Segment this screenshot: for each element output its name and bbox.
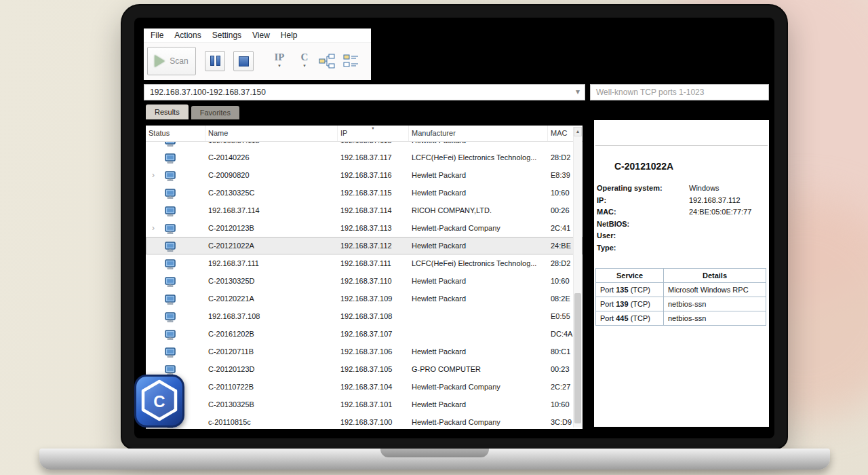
device-ip: 192.168.37.111: [338, 254, 409, 272]
pause-button[interactable]: [205, 51, 225, 71]
device-row[interactable]: C-20161202B 192.168.37.107 DC:4A: [146, 325, 583, 343]
device-manufacturer: Hewlett-Packard Company: [409, 219, 548, 237]
device-ip: 192.168.37.118: [338, 142, 409, 149]
ports-input[interactable]: Well-known TCP ports 1-1023: [590, 84, 769, 100]
field-label: User:: [597, 230, 689, 242]
field-label: Type:: [597, 242, 689, 254]
device-manufacturer: Hewlett Packard: [409, 184, 548, 202]
device-row[interactable]: 192.168.37.108 192.168.37.108 E0:55: [146, 307, 583, 325]
device-row[interactable]: C-20120711B 192.168.37.106 Hewlett Packa…: [146, 343, 583, 360]
status-cell: [146, 202, 205, 219]
device-row[interactable]: C-20110722B 192.168.37.104 Hewlett-Packa…: [146, 378, 583, 396]
device-ip: 192.168.37.107: [338, 325, 409, 343]
computer-icon: [165, 142, 176, 145]
class-tools-button[interactable]: C ▾: [297, 52, 312, 67]
field-value: [689, 230, 768, 242]
service-row: Port 139 (TCP) netbios-ssn: [596, 297, 766, 311]
menu-view[interactable]: View: [247, 31, 275, 40]
device-list: Status Name ▼IP Manufacturer MAC: [146, 126, 583, 429]
tabs-bar: Results Favorites: [144, 104, 239, 119]
service-port-cell: Port 445 (TCP): [596, 311, 664, 326]
computer-icon: [165, 223, 176, 233]
status-cell: [146, 254, 205, 272]
column-header-status[interactable]: Status: [146, 126, 205, 141]
ip-tools-button[interactable]: IP ▾: [269, 52, 290, 67]
device-row[interactable]: C-20130325D 192.168.37.110 Hewlett Packa…: [146, 272, 583, 290]
scrollbar-thumb[interactable]: [574, 293, 581, 423]
detail-field-row: User:: [597, 230, 768, 242]
status-cell: ›: [146, 219, 205, 237]
expander-icon[interactable]: ›: [152, 166, 155, 184]
device-row[interactable]: C-20120221A 192.168.37.109 Hewlett Packa…: [146, 290, 583, 307]
device-name: 192.168.37.111: [205, 254, 338, 272]
device-name: C-20120123B: [205, 219, 338, 237]
device-row[interactable]: C-20140226 192.168.37.117 LCFC(HeFei) El…: [146, 149, 583, 166]
pause-icon: [209, 56, 221, 67]
column-header-ip[interactable]: ▼IP: [338, 126, 409, 141]
device-name: C-20130325C: [205, 184, 338, 202]
service-column-header: Service: [596, 269, 664, 283]
ip-range-input[interactable]: 192.168.37.100-192.168.37.150 ▾: [144, 84, 585, 100]
device-manufacturer: Hewlett Packard: [409, 142, 548, 149]
device-row[interactable]: › C-20090820 192.168.37.116 Hewlett Pack…: [146, 166, 583, 184]
tab-favorites[interactable]: Favorites: [191, 106, 239, 119]
ip-range-value: 192.168.37.100-192.168.37.150: [150, 88, 266, 97]
menu-settings[interactable]: Settings: [207, 31, 247, 40]
tab-results[interactable]: Results: [146, 104, 189, 119]
service-row: Port 135 (TCP) Microsoft Windows RPC: [596, 283, 766, 297]
device-ip: 192.168.37.105: [338, 360, 409, 378]
status-cell: [146, 272, 205, 290]
device-row[interactable]: C-20130325B 192.168.37.101 Hewlett Packa…: [146, 396, 583, 413]
device-ip: 192.168.37.110: [338, 272, 409, 290]
menu-actions[interactable]: Actions: [169, 31, 206, 40]
details-view-icon[interactable]: [343, 54, 361, 70]
service-row: Port 445 (TCP) netbios-ssn: [596, 311, 766, 326]
device-row[interactable]: 192.168.37.118 192.168.37.118 Hewlett Pa…: [146, 142, 583, 149]
field-value: 24:BE:05:0E:77:77: [689, 206, 768, 218]
column-header-manufacturer[interactable]: Manufacturer: [409, 126, 548, 141]
network-tree-icon[interactable]: [319, 54, 336, 70]
service-details-cell: Microsoft Windows RPC: [664, 283, 766, 297]
device-name: C-20130325B: [205, 396, 338, 413]
menu-help[interactable]: Help: [275, 31, 303, 40]
device-row[interactable]: C-20121022A 192.168.37.112 Hewlett Packa…: [146, 237, 583, 254]
device-name: C-20121022A: [205, 237, 338, 254]
device-name: 192.168.37.118: [205, 142, 338, 149]
laptop-hinge-notch: [380, 449, 489, 457]
expander-icon[interactable]: ›: [152, 219, 155, 237]
pc-logo-glyph: C: [138, 379, 180, 423]
menu-file[interactable]: File: [145, 31, 169, 40]
device-ip: 192.168.37.100: [338, 413, 409, 429]
scroll-up-icon[interactable]: ▴: [574, 127, 582, 136]
device-rows: 192.168.37.118 192.168.37.118 Hewlett Pa…: [146, 142, 583, 429]
details-panel: C-20121022A Operating system: Windows IP…: [594, 120, 769, 427]
device-row[interactable]: 192.168.37.114 192.168.37.114 RICOH COMP…: [146, 202, 583, 219]
detail-field-row: Operating system: Windows: [597, 183, 768, 195]
scan-button[interactable]: Scan: [147, 47, 196, 75]
device-row[interactable]: c-20110815c 192.168.37.100 Hewlett-Packa…: [146, 413, 583, 429]
service-port-cell: Port 135 (TCP): [596, 283, 664, 297]
device-row[interactable]: C-20120123D 192.168.37.105 G-PRO COMPUTE…: [146, 360, 583, 378]
field-value: 192.168.37.112: [689, 195, 768, 207]
device-ip: 192.168.37.113: [338, 219, 409, 237]
field-value: [689, 218, 768, 231]
status-cell: [146, 307, 205, 325]
device-manufacturer: [409, 325, 548, 343]
device-row[interactable]: C-20130325C 192.168.37.115 Hewlett Packa…: [146, 184, 583, 202]
device-ip: 192.168.37.112: [338, 237, 409, 254]
device-ip: 192.168.37.109: [338, 290, 409, 307]
column-header-name[interactable]: Name: [205, 126, 338, 141]
services-body: Port 135 (TCP) Microsoft Windows RPC Por…: [596, 283, 766, 326]
device-manufacturer: Hewlett Packard: [409, 343, 548, 360]
status-cell: ›: [146, 166, 205, 184]
panel-divider: [595, 145, 768, 146]
device-row[interactable]: 192.168.37.111 192.168.37.111 LCFC(HeFei…: [146, 254, 583, 272]
device-manufacturer: Hewlett Packard: [409, 396, 548, 413]
list-scrollbar[interactable]: ▴: [573, 127, 582, 428]
field-label: IP:: [597, 195, 689, 207]
computer-icon: [165, 187, 176, 197]
dropdown-arrow-icon[interactable]: ▾: [576, 84, 580, 99]
device-manufacturer: G-PRO COMPUTER: [409, 360, 548, 378]
device-row[interactable]: › C-20120123B 192.168.37.113 Hewlett-Pac…: [146, 219, 583, 237]
stop-button[interactable]: [233, 51, 254, 71]
